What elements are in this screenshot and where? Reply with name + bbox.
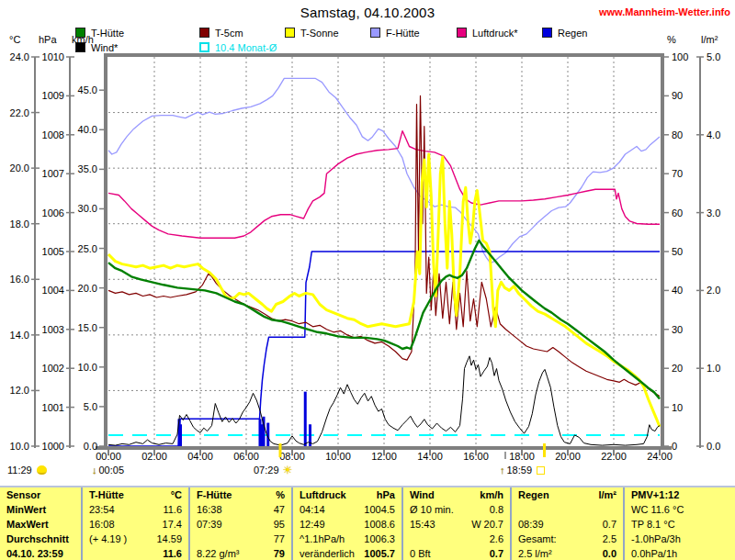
percent-tick-label: 50 bbox=[672, 246, 683, 257]
cell-text: 2.5 l/m² bbox=[518, 546, 552, 560]
sunset-time-label: 18:59 bbox=[507, 465, 533, 476]
moon-icon bbox=[37, 465, 47, 475]
table-row: 16:0817.4 bbox=[83, 517, 188, 532]
sunset-group: ↑ 18:59 bbox=[498, 464, 545, 476]
cell-text: 15:43 bbox=[410, 517, 435, 532]
cell-text: 12:49 bbox=[300, 517, 325, 532]
celsius-tick-label: 16.0 bbox=[10, 274, 29, 285]
sunset-marker-icon bbox=[537, 466, 545, 475]
time-tick-label: 00:00 bbox=[96, 451, 121, 462]
cell-value: 11.6 bbox=[163, 502, 182, 517]
table-row: 77 bbox=[190, 532, 291, 546]
cell-value: 2.5 bbox=[603, 532, 616, 546]
kmh-tick-label: 20.0 bbox=[78, 283, 97, 294]
hpa-tick-label: 1000 bbox=[42, 441, 64, 452]
moon-time-label: 11:29 bbox=[7, 465, 32, 476]
cell-value: 95 bbox=[274, 517, 285, 532]
percent-tick-label: 100 bbox=[672, 51, 688, 62]
table-header-label: Regen bbox=[518, 487, 549, 502]
sunrise-time-label: 07:29 bbox=[254, 465, 279, 476]
cell-text: 0.0hPa/1h bbox=[631, 546, 677, 560]
row-label: 04.10. 23:59 bbox=[6, 546, 63, 560]
percent-tick-label: 20 bbox=[672, 363, 683, 374]
table-row: 0.0hPa/1h bbox=[625, 546, 735, 560]
table-header-unit: l/m² bbox=[598, 487, 616, 502]
rain-bar bbox=[304, 392, 307, 446]
cell-text: WC 11.6 °C bbox=[631, 502, 684, 517]
table-row: Gesamt:2.5 bbox=[512, 532, 623, 546]
percent-tick-label: 90 bbox=[672, 90, 683, 101]
time-tick-label: 14:00 bbox=[417, 451, 443, 462]
kmh-tick-label: 45.0 bbox=[78, 84, 97, 95]
table-row: WC 11.6 °C bbox=[625, 502, 735, 517]
cell-text: Ø 10 min. bbox=[410, 502, 454, 517]
moon-event-tick bbox=[504, 452, 506, 459]
table-row: 04:141004.5 bbox=[293, 502, 401, 517]
kmh-tick-label: 10.0 bbox=[78, 362, 97, 373]
percent-tick-label: 10 bbox=[672, 402, 683, 413]
cell-value: 14.59 bbox=[156, 532, 182, 546]
cell-text: TP 8.1 °C bbox=[631, 517, 675, 532]
percent-tick-label: 60 bbox=[672, 207, 683, 218]
time-tick-label: 06:00 bbox=[233, 451, 259, 462]
table-column: PMV+1:12WC 11.6 °CTP 8.1 °C-1.0hPa/3h0.0… bbox=[623, 487, 735, 560]
cell-text: 04:14 bbox=[300, 502, 325, 517]
cell-text: 16:38 bbox=[197, 502, 222, 517]
cell-value: 77 bbox=[274, 532, 285, 546]
table-row: 04.10. 23:59 bbox=[0, 546, 81, 560]
cell-text: Gesamt: bbox=[518, 532, 557, 546]
cell-value: 2.6 bbox=[490, 532, 503, 546]
cell-text: 8.22 g/m³ bbox=[197, 546, 239, 560]
table-row: Durchschnitt bbox=[0, 532, 81, 546]
table-header-label: F-Hütte bbox=[197, 487, 232, 502]
cell-value: 1006.3 bbox=[364, 532, 395, 546]
row-label: MaxWert bbox=[6, 517, 49, 532]
cell-text: 07:39 bbox=[197, 517, 222, 532]
lm2-tick-label: 0.0 bbox=[707, 441, 720, 452]
kmh-tick-label: 35.0 bbox=[78, 163, 97, 174]
cell-value: 17.4 bbox=[163, 517, 182, 532]
table-header-label: Wind bbox=[410, 487, 435, 502]
cell-value: 1005.7 bbox=[364, 546, 395, 560]
cell-value: 11.6 bbox=[163, 546, 182, 560]
sun-event-tick bbox=[543, 443, 546, 457]
table-column: T-Hütte°C23:5411.616:0817.4(+ 4.19 )14.5… bbox=[81, 487, 188, 560]
moonset-time-label: 00:05 bbox=[99, 465, 125, 476]
time-tick-label: 04:00 bbox=[187, 451, 213, 462]
kmh-tick-label: 30.0 bbox=[78, 203, 97, 214]
percent-tick-label: 30 bbox=[672, 324, 683, 335]
hpa-tick-label: 1006 bbox=[42, 207, 64, 218]
table-row: TP 8.1 °C bbox=[625, 517, 735, 532]
table-row: LuftdruckhPa bbox=[293, 487, 401, 502]
table-header-sensor: Sensor bbox=[6, 487, 40, 502]
table-column: SensorMinWertMaxWertDurchschnitt04.10. 2… bbox=[0, 487, 81, 560]
table-row: 16:3847 bbox=[190, 502, 291, 517]
moon-time-group: 11:29 bbox=[7, 464, 47, 476]
row-label: MinWert bbox=[6, 502, 46, 517]
table-row: 2.5 l/m²0.0 bbox=[512, 546, 623, 560]
hpa-tick-label: 1004 bbox=[42, 285, 64, 296]
time-tick-label: 08:00 bbox=[279, 451, 305, 462]
cell-value: 1008.6 bbox=[364, 517, 395, 532]
cell-text: 0 Bft bbox=[410, 546, 431, 560]
time-tick-label: 02:00 bbox=[141, 451, 167, 462]
table-column: LuftdruckhPa04:141004.512:491008.6^1.1hP… bbox=[291, 487, 401, 560]
time-tick-label: 18:00 bbox=[509, 451, 535, 462]
celsius-tick-label: 22.0 bbox=[10, 107, 29, 118]
time-tick-label: 12:00 bbox=[371, 451, 397, 462]
table-row: 23:5411.6 bbox=[83, 502, 188, 517]
series-luftdruck bbox=[108, 131, 660, 239]
table-row: 12:491008.6 bbox=[293, 517, 401, 532]
cell-text: ^1.1hPa/h bbox=[300, 532, 345, 546]
cell-text: veränderlich bbox=[300, 546, 355, 560]
lm2-tick-label: 3.0 bbox=[707, 207, 720, 218]
kmh-tick-label: 40.0 bbox=[78, 124, 97, 135]
table-row: 0 Bft0.7 bbox=[403, 546, 510, 560]
table-row: MinWert bbox=[0, 502, 81, 517]
sunrise-group: 07:29 ☀ bbox=[254, 464, 292, 476]
table-row: PMV+1:12 bbox=[625, 487, 735, 502]
cell-value: 0.7 bbox=[603, 517, 616, 532]
cell-value: 47 bbox=[274, 502, 285, 517]
table-row: Windkm/h bbox=[403, 487, 510, 502]
series-f-h-tte bbox=[108, 78, 660, 263]
